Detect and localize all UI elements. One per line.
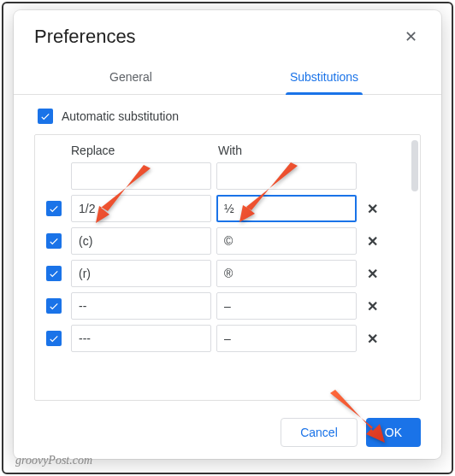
replace-input[interactable] [71, 292, 211, 320]
with-input[interactable] [216, 195, 357, 222]
row-checkbox[interactable] [46, 201, 62, 216]
ok-button[interactable]: OK [366, 418, 421, 447]
with-input[interactable] [216, 162, 357, 190]
watermark: groovyPost.com [15, 454, 92, 467]
replace-input[interactable] [71, 260, 211, 287]
tabs: General Substitutions [14, 62, 441, 95]
table-row: ✕ [38, 195, 408, 222]
column-header-with: With [218, 144, 365, 157]
row-checkbox[interactable] [46, 233, 62, 249]
table-row: ✕ [38, 325, 408, 352]
tab-general[interactable]: General [34, 62, 228, 94]
dialog-title: Preferences [34, 26, 136, 48]
remove-row-icon[interactable]: ✕ [362, 233, 382, 250]
with-input[interactable] [216, 260, 357, 287]
replace-input[interactable] [71, 227, 211, 255]
close-icon[interactable]: ✕ [401, 26, 421, 48]
tab-substitutions[interactable]: Substitutions [228, 62, 421, 94]
with-input[interactable] [216, 227, 357, 255]
replace-input[interactable] [71, 325, 211, 352]
row-checkbox[interactable] [46, 331, 62, 346]
replace-input[interactable] [71, 162, 211, 190]
substitutions-table: Replace With [34, 134, 421, 401]
remove-row-icon[interactable]: ✕ [362, 331, 382, 347]
with-input[interactable] [216, 325, 357, 352]
table-row [38, 162, 408, 190]
remove-row-icon[interactable]: ✕ [362, 201, 382, 217]
with-input[interactable] [216, 292, 357, 320]
remove-row-icon[interactable]: ✕ [362, 298, 382, 314]
auto-substitution-label: Automatic substitution [62, 109, 179, 123]
row-checkbox[interactable] [46, 298, 62, 314]
cancel-button[interactable]: Cancel [281, 418, 358, 447]
row-checkbox[interactable] [46, 266, 62, 281]
table-row: ✕ [38, 292, 408, 320]
table-row: ✕ [38, 260, 408, 287]
table-row: ✕ [38, 227, 408, 255]
column-header-replace: Replace [71, 144, 218, 157]
remove-row-icon[interactable]: ✕ [362, 266, 382, 282]
preferences-dialog: Preferences ✕ General Substitutions Auto… [14, 10, 441, 459]
auto-substitution-checkbox[interactable] [38, 109, 53, 124]
scrollbar[interactable] [411, 140, 418, 191]
replace-input[interactable] [71, 195, 211, 222]
